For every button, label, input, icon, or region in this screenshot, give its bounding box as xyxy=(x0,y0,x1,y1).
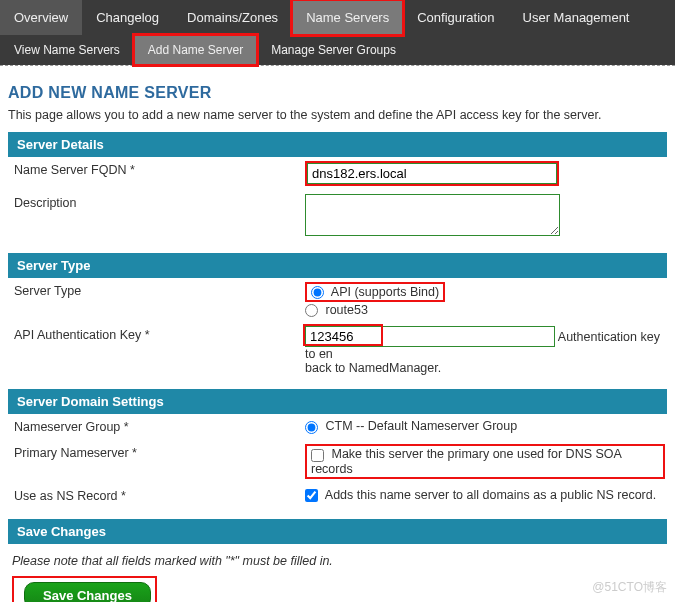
nav-primary: Overview Changelog Domains/Zones Name Se… xyxy=(0,0,675,35)
nav-name-servers[interactable]: Name Servers xyxy=(292,0,403,35)
nav-secondary: View Name Servers Add Name Server Manage… xyxy=(0,35,675,65)
save-changes-button[interactable]: Save Changes xyxy=(24,582,151,602)
nsrecord-checkbox[interactable] xyxy=(305,489,318,502)
fqdn-label: Name Server FQDN * xyxy=(10,161,305,179)
nsgroup-ctm-radio[interactable] xyxy=(305,421,318,434)
section-domain-settings: Server Domain Settings xyxy=(8,389,667,414)
nav-domains-zones[interactable]: Domains/Zones xyxy=(173,0,292,35)
page-body: ADD NEW NAME SERVER This page allows you… xyxy=(0,65,675,602)
section-save: Save Changes xyxy=(8,519,667,544)
server-type-api-radio[interactable] xyxy=(311,286,324,299)
api-key-hint-below: back to NamedManager. xyxy=(305,361,665,375)
description-label: Description xyxy=(10,194,305,212)
watermark: @51CTO博客 xyxy=(592,579,667,596)
section-server-type: Server Type xyxy=(8,253,667,278)
nsgroup-ctm-label: CTM -- Default Nameserver Group xyxy=(325,419,517,433)
primary-ns-check-label: Make this server the primary one used fo… xyxy=(311,447,621,475)
subnav-view-name-servers[interactable]: View Name Servers xyxy=(0,35,134,65)
subnav-manage-server-groups[interactable]: Manage Server Groups xyxy=(257,35,410,65)
fqdn-input[interactable] xyxy=(307,163,557,184)
nav-changelog[interactable]: Changelog xyxy=(82,0,173,35)
nsrecord-option[interactable]: Adds this name server to all domains as … xyxy=(305,487,665,503)
nav-overview[interactable]: Overview xyxy=(0,0,82,35)
server-type-api-label: API (supports Bind) xyxy=(331,285,439,299)
server-type-route53-radio[interactable] xyxy=(305,304,318,317)
server-type-label: Server Type xyxy=(10,282,305,300)
description-textarea[interactable] xyxy=(305,194,560,236)
nsgroup-ctm-option[interactable]: CTM -- Default Nameserver Group xyxy=(305,418,665,434)
server-type-api-option[interactable]: API (supports Bind) xyxy=(307,284,443,300)
section-server-details: Server Details xyxy=(8,132,667,157)
server-type-route53-option[interactable]: route53 xyxy=(305,302,665,318)
nsrecord-check-label: Adds this name server to all domains as … xyxy=(325,488,656,502)
top-nav: Overview Changelog Domains/Zones Name Se… xyxy=(0,0,675,65)
page-title: ADD NEW NAME SERVER xyxy=(8,84,667,102)
required-note: Please note that all fields marked with … xyxy=(8,544,667,576)
nsgroup-label: Nameserver Group * xyxy=(10,418,305,436)
api-key-input[interactable] xyxy=(305,326,555,347)
api-key-label: API Authentication Key * xyxy=(10,326,305,344)
nav-user-management[interactable]: User Management xyxy=(509,0,644,35)
primary-ns-option[interactable]: Make this server the primary one used fo… xyxy=(311,446,621,476)
subnav-add-name-server[interactable]: Add Name Server xyxy=(134,35,257,65)
nav-configuration[interactable]: Configuration xyxy=(403,0,508,35)
primary-ns-label: Primary Nameserver * xyxy=(10,444,305,462)
nsrecord-label: Use as NS Record * xyxy=(10,487,305,505)
server-type-route53-label: route53 xyxy=(325,303,367,317)
page-intro: This page allows you to add a new name s… xyxy=(8,108,667,122)
primary-ns-checkbox[interactable] xyxy=(311,449,324,462)
